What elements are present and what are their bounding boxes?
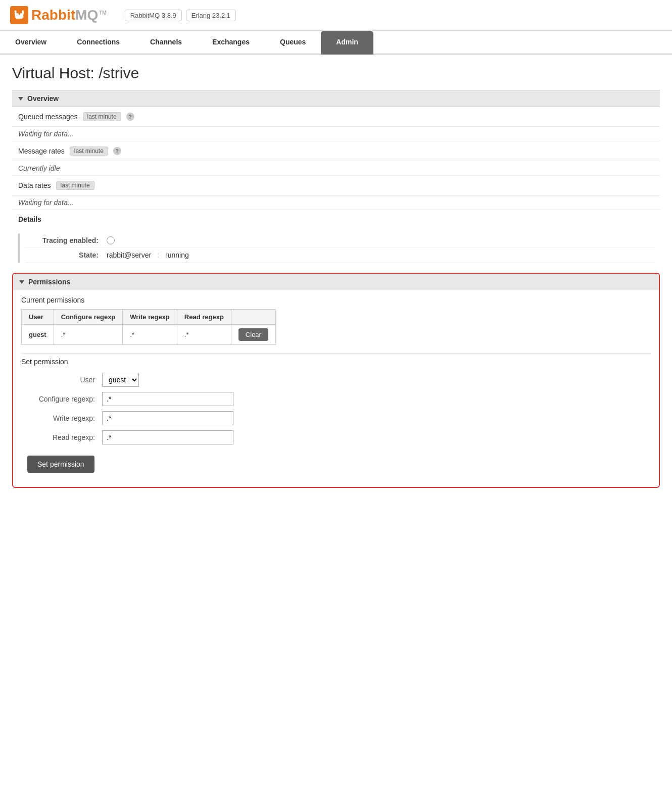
message-rates-help[interactable]: ?: [113, 147, 121, 155]
logo-mq-text: MQ: [75, 7, 98, 23]
overview-section: Overview Queued messages last minute ? W…: [12, 90, 660, 263]
details-label: Details: [18, 215, 41, 223]
write-regexp-input[interactable]: [102, 411, 233, 425]
svg-rect-4: [22, 11, 24, 14]
tracing-radio[interactable]: [107, 236, 115, 244]
rabbit-icon: [14, 10, 25, 21]
state-row: State: rabbit@server : running: [26, 248, 654, 263]
perm-action-cell: Clear: [231, 325, 275, 345]
perm-configure: .*: [54, 325, 123, 345]
collapse-permissions-icon[interactable]: [19, 280, 24, 284]
nav-queues[interactable]: Queues: [265, 31, 321, 55]
logo-tm-text: TM: [99, 10, 106, 16]
col-user: User: [22, 310, 54, 325]
queued-messages-label: Queued messages: [18, 113, 78, 121]
tracing-row: Tracing enabled:: [26, 233, 654, 248]
queued-messages-row: Queued messages last minute ?: [12, 107, 660, 127]
col-write: Write regexp: [123, 310, 177, 325]
permissions-section: Permissions Current permissions User Con…: [12, 273, 660, 488]
queued-messages-help[interactable]: ?: [126, 113, 134, 121]
current-permissions-label: Current permissions: [21, 296, 651, 304]
configure-regexp-input[interactable]: [102, 392, 233, 406]
version-badges: RabbitMQ 3.8.9 Erlang 23.2.1: [125, 10, 236, 21]
state-label: State:: [26, 251, 107, 259]
header: RabbitMQTM RabbitMQ 3.8.9 Erlang 23.2.1: [0, 0, 672, 31]
overview-section-label: Overview: [27, 94, 59, 103]
nav-connections[interactable]: Connections: [62, 31, 135, 55]
form-read-label: Read regexp:: [21, 433, 102, 441]
queued-messages-value: Waiting for data...: [12, 127, 660, 141]
permissions-body: Current permissions User Configure regex…: [13, 290, 659, 479]
perm-write: .*: [123, 325, 177, 345]
divider: [21, 353, 651, 354]
nav-overview[interactable]: Overview: [0, 31, 62, 55]
svg-rect-3: [15, 11, 17, 14]
perm-read: .*: [177, 325, 231, 345]
svg-rect-2: [16, 15, 23, 19]
permissions-table: User Configure regexp Write regexp Read …: [21, 309, 276, 345]
form-user-label: User: [21, 376, 102, 384]
message-rates-row: Message rates last minute ?: [12, 141, 660, 161]
nav-admin[interactable]: Admin: [321, 31, 373, 55]
nav-exchanges[interactable]: Exchanges: [197, 31, 265, 55]
form-read-row: Read regexp:: [21, 430, 651, 444]
logo-rabbit-text: Rabbit: [31, 7, 75, 23]
form-write-row: Write regexp:: [21, 411, 651, 425]
data-rates-badge: last minute: [56, 181, 94, 190]
main-nav: Overview Connections Channels Exchanges …: [0, 31, 672, 55]
queued-messages-badge: last minute: [83, 112, 121, 121]
details-header: Details: [12, 210, 660, 228]
state-node: rabbit@server: [107, 251, 151, 259]
col-read: Read regexp: [177, 310, 231, 325]
logo-icon: [10, 6, 28, 24]
data-rates-label: Data rates: [18, 181, 51, 189]
logo: RabbitMQTM: [10, 6, 107, 24]
data-rates-row: Data rates last minute: [12, 176, 660, 195]
state-value: rabbit@server : running: [107, 251, 189, 259]
col-action: [231, 310, 275, 325]
tracing-label: Tracing enabled:: [26, 236, 107, 244]
collapse-overview-icon[interactable]: [18, 97, 23, 101]
state-colon: :: [157, 251, 159, 259]
message-rates-value: Currently idle: [12, 161, 660, 176]
set-permission-label: Set permission: [21, 358, 651, 366]
message-rates-badge: last minute: [70, 146, 108, 156]
perm-user: guest: [22, 325, 54, 345]
rabbitmq-version-badge: RabbitMQ 3.8.9: [125, 10, 182, 21]
data-rates-value: Waiting for data...: [12, 195, 660, 210]
details-table: Tracing enabled: State: rabbit@server : …: [18, 233, 654, 263]
nav-channels[interactable]: Channels: [135, 31, 197, 55]
clear-button[interactable]: Clear: [238, 328, 268, 341]
message-rates-label: Message rates: [18, 147, 65, 155]
page-content: Virtual Host: /strive Overview Queued me…: [0, 55, 672, 498]
read-regexp-input[interactable]: [102, 430, 233, 444]
form-write-label: Write regexp:: [21, 414, 102, 422]
form-user-row: User guest: [21, 373, 651, 387]
tracing-value: [107, 236, 115, 244]
form-configure-label: Configure regexp:: [21, 395, 102, 403]
table-row: guest .* .* .* Clear: [22, 325, 276, 345]
col-configure: Configure regexp: [54, 310, 123, 325]
permissions-section-label: Permissions: [28, 278, 70, 286]
set-permission-button[interactable]: Set permission: [27, 456, 94, 473]
form-user-select[interactable]: guest: [102, 373, 139, 387]
form-configure-row: Configure regexp:: [21, 392, 651, 406]
permissions-section-header: Permissions: [13, 274, 659, 290]
page-title: Virtual Host: /strive: [12, 65, 660, 82]
overview-section-body: Queued messages last minute ? Waiting fo…: [12, 107, 660, 263]
overview-section-header: Overview: [12, 90, 660, 107]
state-running: running: [165, 251, 189, 259]
permissions-table-header-row: User Configure regexp Write regexp Read …: [22, 310, 276, 325]
erlang-version-badge: Erlang 23.2.1: [186, 10, 236, 21]
